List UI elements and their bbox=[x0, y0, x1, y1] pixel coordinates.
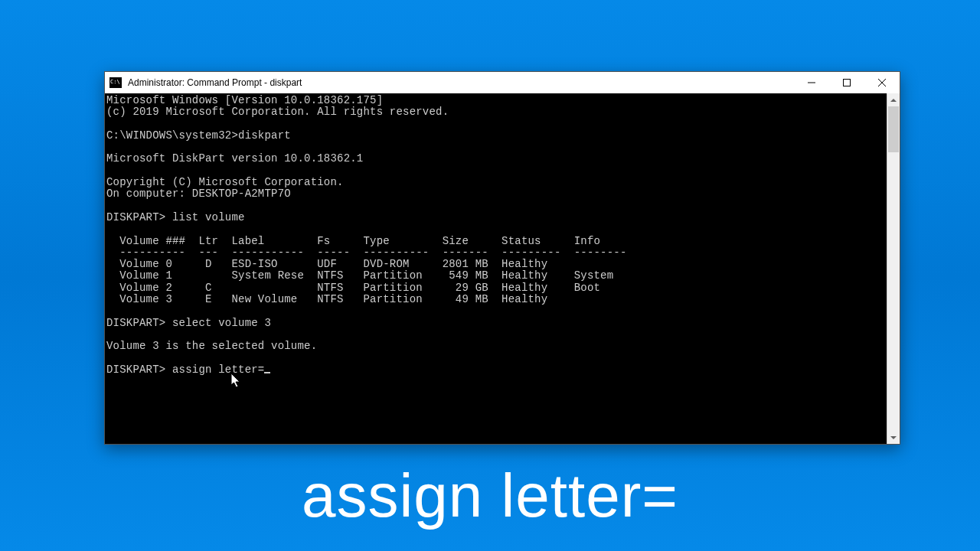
scrollbar-thumb[interactable] bbox=[888, 106, 899, 152]
titlebar[interactable]: Administrator: Command Prompt - diskpart bbox=[105, 72, 900, 93]
svg-rect-1 bbox=[844, 80, 851, 86]
svg-marker-5 bbox=[890, 436, 897, 439]
scroll-down-button[interactable] bbox=[887, 431, 900, 444]
scrollbar[interactable] bbox=[887, 93, 900, 444]
command-prompt-window: Administrator: Command Prompt - diskpart… bbox=[104, 71, 900, 445]
video-caption: assign letter= bbox=[0, 461, 980, 531]
window-title: Administrator: Command Prompt - diskpart bbox=[126, 77, 302, 88]
svg-marker-4 bbox=[890, 99, 897, 102]
maximize-button[interactable] bbox=[829, 72, 864, 93]
minimize-button[interactable] bbox=[794, 72, 829, 93]
terminal-output[interactable]: Microsoft Windows [Version 10.0.18362.17… bbox=[105, 93, 887, 444]
close-button[interactable] bbox=[864, 72, 900, 93]
scroll-up-button[interactable] bbox=[887, 93, 900, 106]
cmd-icon bbox=[109, 77, 122, 88]
